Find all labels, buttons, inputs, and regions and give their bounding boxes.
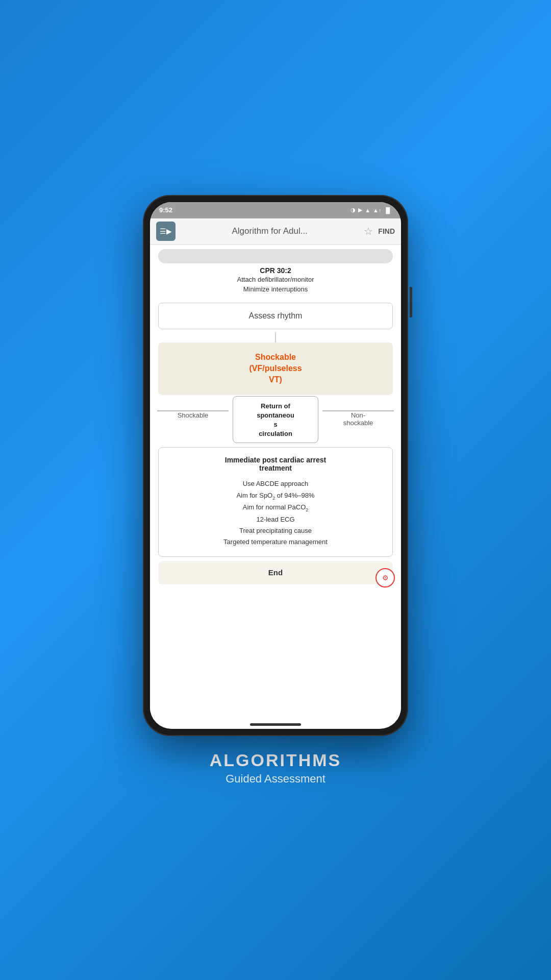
nav-shockable[interactable]: Shockable xyxy=(155,396,231,423)
nav-non-shockable[interactable]: Non-shockable xyxy=(320,396,396,431)
side-button xyxy=(410,287,412,317)
branding-title: ALGORITHMS xyxy=(210,750,342,770)
settings-icon: ⚙ xyxy=(382,574,389,582)
cpr-line-2: Minimize interruptions xyxy=(160,284,391,295)
content-scroll[interactable]: CPR 30:2 Attach defibrillator/monitor Mi… xyxy=(150,245,401,720)
post-cardiac-item-5: Treat precipitating cause xyxy=(166,525,385,536)
post-cardiac-items: Use ABCDE approach Aim for SpO2 of 94%–9… xyxy=(166,478,385,548)
shockable-box[interactable]: Shockable(VF/pulselessVT) xyxy=(158,342,393,395)
signal-icon: ▲↑ xyxy=(373,207,381,213)
wifi-icon: ▲ xyxy=(365,207,370,213)
post-cardiac-title: Immediate post cardiac arresttreatment xyxy=(166,456,385,472)
assess-rhythm-box[interactable]: Assess rhythm xyxy=(158,303,393,329)
post-cardiac-item-1: Use ABCDE approach xyxy=(166,478,385,489)
cpr-block: CPR 30:2 Attach defibrillator/monitor Mi… xyxy=(150,263,401,300)
branding: ALGORITHMS Guided Assessment xyxy=(210,750,342,786)
post-cardiac-item-4: 12-lead ECG xyxy=(166,514,385,525)
circle-icon: ◑ xyxy=(350,207,356,213)
nav-non-shockable-label: Non-shockable xyxy=(322,411,394,427)
cpr-title: CPR 30:2 xyxy=(160,266,391,275)
connector-bar xyxy=(158,249,393,263)
header-title: Algorithm for Adul... xyxy=(176,226,364,236)
find-button[interactable]: FIND xyxy=(378,227,395,235)
app-header: ☰▶ Algorithm for Adul... ☆ FIND xyxy=(150,218,401,245)
end-label: End xyxy=(268,568,283,577)
end-box[interactable]: End ⚙ xyxy=(158,561,393,584)
settings-fab[interactable]: ⚙ xyxy=(375,568,395,587)
play-icon: ▶ xyxy=(358,207,362,213)
connector-top xyxy=(150,245,401,263)
post-cardiac-box[interactable]: Immediate post cardiac arresttreatment U… xyxy=(158,447,393,556)
post-cardiac-item-3: Aim for normal PaCO2 xyxy=(166,502,385,514)
phone-screen: 9:52 ◑ ▶ ▲ ▲↑ ▐▌ ☰▶ Algorithm for Adul..… xyxy=(150,202,401,729)
status-bar: 9:52 ◑ ▶ ▲ ▲↑ ▐▌ xyxy=(150,202,401,218)
shockable-title: Shockable(VF/pulselessVT) xyxy=(249,353,302,384)
nav-rosc[interactable]: Return ofspontaneouscirculation xyxy=(233,396,318,444)
post-cardiac-item-2: Aim for SpO2 of 94%–98% xyxy=(166,490,385,502)
menu-button[interactable]: ☰▶ xyxy=(156,222,176,241)
post-cardiac-item-6: Targeted temperature management xyxy=(166,536,385,548)
star-icon[interactable]: ☆ xyxy=(364,225,373,237)
cpr-line-1: Attach defibrillator/monitor xyxy=(160,275,391,285)
assess-rhythm-text: Assess rhythm xyxy=(249,311,303,320)
nav-rosc-label: Return ofspontaneouscirculation xyxy=(236,402,315,439)
home-indicator xyxy=(250,723,301,726)
menu-icon: ☰▶ xyxy=(160,227,172,235)
spacer-line-1 xyxy=(275,332,276,342)
phone-frame: 9:52 ◑ ▶ ▲ ▲↑ ▐▌ ☰▶ Algorithm for Adul..… xyxy=(143,195,408,736)
three-way-nav: Shockable Return ofspontaneouscirculatio… xyxy=(150,396,401,444)
status-icons: ◑ ▶ ▲ ▲↑ ▐▌ xyxy=(350,207,392,213)
branding-subtitle: Guided Assessment xyxy=(210,772,342,786)
nav-shockable-label: Shockable xyxy=(157,411,229,419)
battery-icon: ▐▌ xyxy=(384,207,392,213)
status-time: 9:52 xyxy=(159,206,172,214)
